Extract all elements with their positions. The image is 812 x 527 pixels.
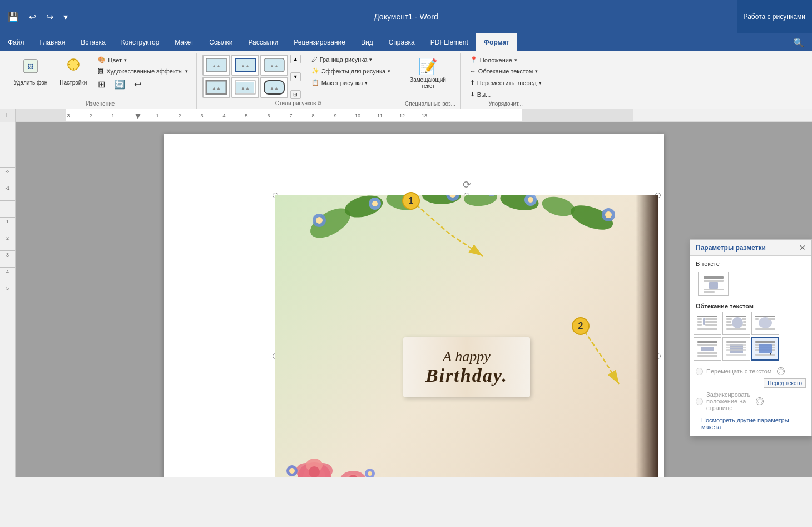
color-button[interactable]: 🎨 Цвет ▾ (94, 55, 191, 65)
bring-forward-button[interactable]: ⬆ Переместить вперед ▾ (466, 77, 546, 88)
wrap-square-icon[interactable] (694, 312, 721, 335)
change-picture-button[interactable]: 🔄 (110, 77, 129, 91)
customize-qat-button[interactable]: ▾ (60, 9, 71, 24)
style-item-2[interactable]: ▲▲ (231, 55, 259, 76)
artistic-effects-button[interactable]: 🖼 Художественные эффекты ▾ (94, 66, 191, 76)
svg-rect-106 (755, 318, 759, 320)
svg-point-76 (289, 468, 295, 474)
panel-close-button[interactable]: ✕ (799, 243, 806, 252)
svg-text:3: 3 (200, 113, 203, 119)
svg-text:▲▲: ▲▲ (212, 86, 221, 91)
tab-design[interactable]: Конструктор (113, 33, 167, 51)
tab-file[interactable]: Файл (0, 33, 32, 51)
tab-format[interactable]: Формат (476, 33, 517, 51)
svg-text:13: 13 (422, 113, 427, 119)
remove-bg-button[interactable]: 🖼 Удалить фон (9, 55, 52, 88)
svg-rect-102 (742, 324, 746, 326)
style-item-6[interactable]: ▲▲ (260, 77, 288, 98)
callout-1: 1 (402, 192, 420, 210)
svg-point-59 (605, 211, 612, 218)
callout-2: 2 (572, 317, 590, 335)
tab-home[interactable]: Главная (32, 33, 73, 51)
corrections-icon (65, 57, 82, 78)
layout-panel: Параметры разметки ✕ В тексте Обтекание … (690, 239, 812, 436)
fix-position-radio[interactable] (696, 398, 703, 405)
svg-text:▲▲: ▲▲ (241, 63, 250, 68)
tab-insert[interactable]: Вставка (73, 33, 113, 51)
section-wrap-label: Обтекание текстом (690, 301, 811, 312)
style-item-1[interactable]: ▲▲ (202, 55, 230, 76)
svg-text:▲▲: ▲▲ (212, 63, 221, 68)
send-backward-button[interactable]: ⬇ Вы... (466, 89, 546, 100)
svg-point-46 (463, 195, 498, 208)
style-item-5[interactable]: ▲▲ (231, 77, 259, 98)
page: ⟳ (164, 134, 664, 477)
quick-access-toolbar: 💾 ↩ ↪ ▾ (4, 9, 71, 24)
wrap-infront-icon[interactable] (751, 337, 779, 361)
wrap-text-button[interactable]: ↔ Обтекание текстом ▾ (466, 66, 546, 76)
info-fix-icon[interactable]: ⓘ (756, 397, 764, 405)
picture-layout-button[interactable]: 📋 Макет рисунка ▾ (308, 77, 394, 88)
wrap-tight-icon[interactable] (722, 312, 750, 335)
tab-mailings[interactable]: Рассылки (240, 33, 286, 51)
window-title: Документ1 - Word (374, 12, 438, 21)
wrap-behind-icon[interactable] (722, 337, 750, 361)
save-button[interactable]: 💾 (4, 9, 22, 24)
svg-rect-112 (697, 352, 717, 354)
undo-button[interactable]: ↩ (26, 9, 39, 24)
tab-help[interactable]: Справка (381, 33, 423, 51)
svg-rect-116 (726, 344, 746, 346)
group-change-label: Изменение (9, 100, 192, 108)
reset-picture-button[interactable]: ↩ (130, 77, 145, 91)
svg-point-78 (368, 471, 372, 476)
expand-styles-icon[interactable]: ⧉ (318, 100, 321, 106)
group-change: 🖼 Удалить фон Настройки (4, 53, 197, 109)
tab-references[interactable]: Ссылки (201, 33, 240, 51)
svg-rect-114 (730, 344, 743, 353)
rotate-handle[interactable]: ⟳ (463, 179, 471, 191)
svg-text:4: 4 (222, 113, 225, 119)
svg-text:▲▲: ▲▲ (270, 63, 279, 68)
group-picture-styles-label: Стили рисунков ⧉ (202, 99, 394, 108)
position-button[interactable]: 📍 Положение ▾ (466, 55, 546, 65)
svg-rect-81 (704, 276, 724, 279)
compress-pictures-button[interactable]: ⊞ (94, 77, 109, 91)
gallery-scroll-up[interactable]: ▲ (290, 55, 301, 63)
wrap-through-icon[interactable] (751, 312, 779, 335)
svg-rect-91 (705, 321, 717, 323)
arrange-content: 📍 Положение ▾ ↔ Обтекание текстом ▾ ⬆ Пе… (466, 55, 546, 100)
tab-layout[interactable]: Макет (167, 33, 201, 51)
more-layout-options-link[interactable]: Посмотреть другие параметры макета (696, 416, 806, 431)
tab-review[interactable]: Рецензирование (286, 33, 353, 51)
gallery-expand[interactable]: ⊞ (290, 90, 301, 99)
wrap-topbottom-icon[interactable] (694, 337, 721, 361)
svg-rect-93 (705, 324, 717, 326)
picture-tools-label: Работа с рисунками (737, 0, 812, 33)
svg-rect-104 (755, 316, 775, 317)
svg-text:11: 11 (377, 113, 383, 119)
alt-text-button[interactable]: 📝 Замещающийтекст (405, 55, 451, 92)
vertical-ruler: -2 -1 1 2 3 4 5 (0, 122, 16, 477)
selected-image-container[interactable]: ⟳ (275, 195, 658, 477)
move-with-text-radio[interactable] (696, 368, 703, 375)
style-item-3[interactable]: ▲▲ (260, 55, 288, 76)
svg-rect-119 (726, 354, 746, 356)
group-change-content: 🖼 Удалить фон Настройки (9, 55, 192, 100)
in-text-icon[interactable] (698, 272, 729, 296)
style-item-4[interactable]: ▲▲ (202, 77, 230, 98)
picture-effects-button[interactable]: ✨ Эффекты для рисунка ▾ (308, 66, 394, 76)
small-buttons-col: 🎨 Цвет ▾ 🖼 Художественные эффекты ▾ ⊞ 🔄 … (94, 55, 191, 91)
svg-text:9: 9 (334, 113, 336, 119)
svg-rect-124 (755, 354, 775, 356)
tab-view[interactable]: Вид (353, 33, 381, 51)
gallery-scroll-down[interactable]: ▼ (290, 72, 301, 81)
tab-pdfelement[interactable]: PDFElement (423, 33, 476, 51)
info-move-icon[interactable]: ⓘ (777, 367, 785, 375)
svg-point-69 (309, 466, 320, 477)
redo-button[interactable]: ↪ (43, 9, 57, 24)
corrections-button[interactable]: Настройки (55, 55, 92, 88)
svg-rect-109 (697, 341, 717, 343)
svg-rect-94 (697, 328, 717, 330)
search-button[interactable]: 🔍 (785, 33, 812, 51)
picture-border-button[interactable]: 🖊 Граница рисунка ▾ (308, 55, 394, 65)
